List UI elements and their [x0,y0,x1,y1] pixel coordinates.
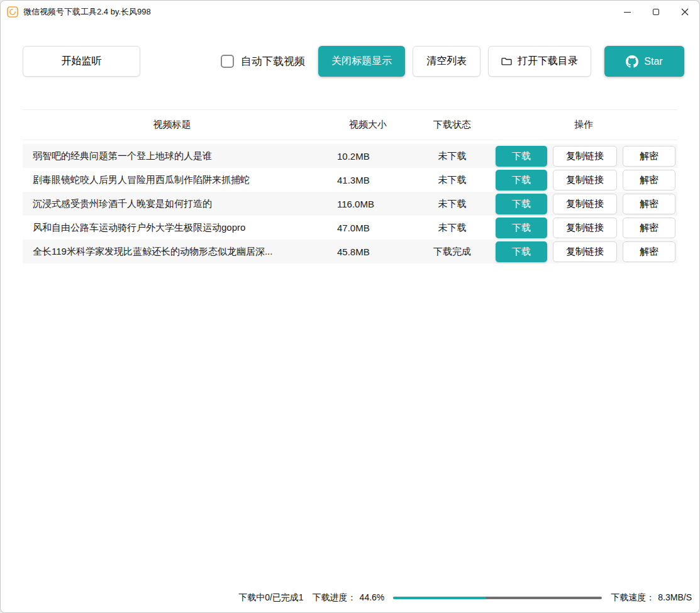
decrypt-button[interactable]: 解密 [623,241,675,262]
row-actions: 下载 复制链接 解密 [490,170,677,191]
video-title: 沉浸式感受贵州珍酒千人晚宴是如何打造的 [23,198,321,210]
table-body: 弱智吧的经典问题第一个登上地球的人是谁 10.2MB 未下载 下载 复制链接 解… [23,144,677,263]
video-table: 视频标题 视频大小 下载状态 操作 弱智吧的经典问题第一个登上地球的人是谁 10… [23,109,677,263]
window-controls [613,1,699,23]
progress-fill [393,597,486,599]
row-actions: 下载 复制链接 解密 [490,241,677,262]
clear-list-button[interactable]: 清空列表 [413,46,481,77]
video-title: 全长119米科学家发现比蓝鲸还长的动物形态似龙幽居深... [23,246,321,258]
download-button[interactable]: 下载 [496,218,547,238]
open-download-dir-label: 打开下载目录 [518,55,578,68]
app-icon [7,6,18,18]
titlebar: 微信视频号下载工具2.4 by.长风998 [1,1,699,23]
toolbar: 开始监听 自动下载视频 关闭标题显示 清空列表 打开下载目录 Star [1,46,699,77]
video-title: 弱智吧的经典问题第一个登上地球的人是谁 [23,150,321,162]
minimize-icon [624,12,631,13]
download-button[interactable]: 下载 [496,194,547,214]
table-row: 沉浸式感受贵州珍酒千人晚宴是如何打造的 116.0MB 未下载 下载 复制链接 … [23,192,677,216]
download-status: 未下载 [414,174,490,186]
row-actions: 下载 复制链接 解密 [490,218,677,238]
start-listen-button[interactable]: 开始监听 [23,46,140,77]
copy-link-button[interactable]: 复制链接 [553,218,617,238]
download-button[interactable]: 下载 [496,146,547,167]
github-icon [626,55,638,68]
video-title: 风和自由公路车运动骑行户外大学生极限运动gopro [23,222,321,234]
speed-value: 8.3MB/S [658,592,692,604]
download-status: 未下载 [414,150,490,162]
progress-text: 下载进度： 44.6% [313,592,385,604]
decrypt-button[interactable]: 解密 [623,194,675,214]
app-window: 微信视频号下载工具2.4 by.长风998 开始监听 自动下载视频 关闭标题显示… [0,0,700,613]
progress-bar [393,597,602,599]
table-row: 弱智吧的经典问题第一个登上地球的人是谁 10.2MB 未下载 下载 复制链接 解… [23,144,677,168]
speed-text: 下载速度： 8.3MB/S [611,592,692,604]
header-video-title: 视频标题 [23,119,321,131]
download-counts: 下载中0/已完成1 [238,592,303,604]
copy-link-button[interactable]: 复制链接 [553,170,617,191]
maximize-button[interactable] [642,1,670,23]
auto-download-label: 自动下载视频 [241,54,305,69]
video-size: 41.3MB [321,175,414,185]
auto-download-checkbox-group[interactable]: 自动下载视频 [221,54,305,69]
row-actions: 下载 复制链接 解密 [490,146,677,167]
close-button[interactable] [670,1,699,23]
decrypt-button[interactable]: 解密 [623,146,675,167]
progress-label: 下载进度： [313,592,357,604]
open-download-dir-button[interactable]: 打开下载目录 [488,46,591,77]
folder-icon [501,56,512,67]
copy-link-button[interactable]: 复制链接 [553,146,617,167]
video-size: 47.0MB [321,223,414,233]
close-title-display-button[interactable]: 关闭标题显示 [318,46,405,77]
header-actions: 操作 [490,119,677,131]
table-row: 剧毒眼镜蛇咬人后男人冒险用西瓜制作陷阱来抓捕蛇 41.3MB 未下载 下载 复制… [23,168,677,192]
download-button[interactable]: 下载 [496,241,547,262]
progress-value: 44.6% [360,592,385,604]
header-video-size: 视频大小 [321,119,414,131]
table-header: 视频标题 视频大小 下载状态 操作 [23,109,677,140]
close-icon [681,8,689,16]
copy-link-button[interactable]: 复制链接 [553,241,617,262]
download-button[interactable]: 下载 [496,170,547,191]
video-title: 剧毒眼镜蛇咬人后男人冒险用西瓜制作陷阱来抓捕蛇 [23,174,321,186]
download-status: 下载完成 [414,246,490,258]
decrypt-button[interactable]: 解密 [623,218,675,238]
download-status: 未下载 [414,198,490,210]
statusbar: 下载中0/已完成1 下载进度： 44.6% 下载速度： 8.3MB/S [1,583,699,612]
star-button[interactable]: Star [604,46,684,77]
auto-download-checkbox[interactable] [221,55,234,68]
download-status: 未下载 [414,222,490,234]
video-size: 45.8MB [321,246,414,257]
window-title: 微信视频号下载工具2.4 by.长风998 [23,6,151,18]
maximize-icon [653,9,659,15]
table-row: 全长119米科学家发现比蓝鲸还长的动物形态似龙幽居深... 45.8MB 下载完… [23,240,677,263]
minimize-button[interactable] [613,1,642,23]
table-row: 风和自由公路车运动骑行户外大学生极限运动gopro 47.0MB 未下载 下载 … [23,216,677,240]
header-download-status: 下载状态 [414,119,490,131]
star-label: Star [644,56,662,67]
copy-link-button[interactable]: 复制链接 [553,194,617,214]
row-actions: 下载 复制链接 解密 [490,194,677,214]
decrypt-button[interactable]: 解密 [623,170,675,191]
video-size: 116.0MB [321,199,414,209]
video-size: 10.2MB [321,151,414,162]
speed-label: 下载速度： [611,592,655,604]
